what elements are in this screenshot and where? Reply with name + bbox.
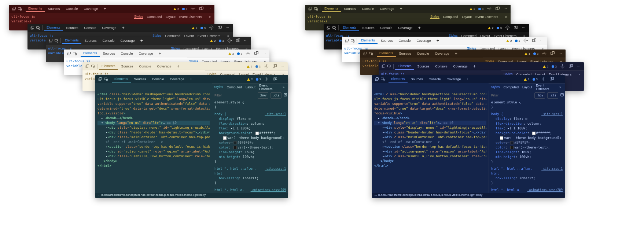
tab-coverage[interactable]: Coverage [81, 6, 101, 12]
more-icon[interactable]: ⋯ [279, 65, 286, 68]
add-rule-icon[interactable] [560, 93, 564, 98]
subtab-computed[interactable]: Computed [147, 15, 162, 19]
inspect-icon[interactable] [308, 6, 313, 11]
add-tab-button[interactable]: + [398, 6, 405, 11]
more-icon[interactable]: ⋯ [557, 52, 563, 55]
tab-elements[interactable]: Elements [62, 37, 81, 44]
tab-coverage[interactable]: Coverage [451, 63, 470, 69]
tab-console[interactable]: Console [82, 25, 99, 31]
subtab-event-listeners[interactable]: Event Listeners [179, 15, 202, 19]
inspect-icon[interactable] [85, 64, 90, 69]
info-badge[interactable]: 3 [181, 7, 188, 11]
cls-toggle[interactable]: .cls [547, 92, 558, 99]
warnings-badge[interactable]: 2 [468, 7, 476, 11]
settings-icon[interactable] [262, 64, 270, 69]
inspect-icon[interactable] [11, 6, 16, 11]
subtab-computed[interactable]: Computed [443, 15, 459, 19]
tab-sources[interactable]: Sources [397, 51, 414, 56]
source-link[interactable]: _site.scss:1 [541, 166, 563, 171]
dock-icon[interactable] [271, 64, 279, 69]
settings-icon[interactable] [263, 77, 271, 82]
style-rule[interactable]: _animations.scss:209 html *, html a, htm… [214, 188, 286, 193]
tab-coverage[interactable]: Coverage [444, 76, 464, 82]
tab-console[interactable]: Console [137, 63, 154, 69]
style-rule[interactable]: _site.scss:1 body { display: flex; ⊞ fle… [214, 112, 286, 164]
inspect-icon[interactable] [30, 25, 35, 30]
elements-tree[interactable]: <html class="hasSidebar hasPageActions h… [372, 91, 489, 193]
inspect-icon[interactable] [48, 38, 53, 43]
tab-elements[interactable]: Elements [81, 50, 100, 57]
more-subtabs-icon[interactable]: » [504, 15, 508, 19]
tab-console[interactable]: Console [100, 38, 117, 44]
info-badge[interactable]: 3 [236, 52, 243, 55]
more-icon[interactable]: ⋯ [280, 77, 286, 81]
dock-icon[interactable] [548, 77, 556, 82]
info-badge[interactable]: 3 [218, 39, 225, 43]
warnings-badge[interactable]: 1 [523, 52, 531, 55]
device-icon[interactable] [350, 38, 355, 43]
warnings-badge[interactable]: 2 [246, 78, 254, 81]
more-subtabs-icon[interactable]: » [558, 85, 563, 89]
warnings-badge[interactable]: 2 [487, 26, 494, 30]
dock-icon[interactable] [234, 38, 242, 44]
subtab-layout[interactable]: Layout [462, 15, 472, 19]
subtab-styles[interactable]: Styles [214, 85, 223, 89]
breadcrumb[interactable]: … is.hasBreadcrumb.conceptual.has-defaul… [95, 193, 288, 198]
more-icon[interactable]: ⋯ [243, 39, 249, 43]
tab-coverage[interactable]: Coverage [136, 51, 156, 56]
info-badge[interactable]: 3 [254, 65, 262, 68]
tab-elements[interactable]: Elements [395, 63, 414, 70]
more-icon[interactable]: ⋯ [206, 7, 212, 11]
tab-elements[interactable]: Elements [26, 5, 45, 12]
more-subtabs-icon[interactable]: » [577, 73, 582, 76]
add-tab-button[interactable]: + [120, 25, 127, 30]
tab-sources[interactable]: Sources [360, 25, 377, 31]
tab-elements[interactable]: Elements [389, 76, 408, 82]
subtab-layout[interactable]: Layout [246, 85, 255, 89]
settings-icon[interactable] [244, 51, 252, 56]
device-icon[interactable] [17, 6, 22, 11]
info-badge[interactable]: 3 [477, 7, 485, 11]
tab-elements[interactable]: Elements [322, 5, 341, 12]
style-rule[interactable]: element.style { } [214, 100, 286, 110]
inspect-icon[interactable] [381, 64, 386, 69]
info-badge[interactable]: 3 [199, 26, 207, 30]
inspect-icon[interactable] [344, 38, 349, 43]
more-icon[interactable]: ⋯ [502, 7, 508, 11]
hov-toggle[interactable]: :hov [534, 92, 545, 99]
more-icon[interactable]: ⋯ [556, 77, 563, 81]
source-link[interactable]: _animations.scss:209 [251, 188, 286, 192]
subtab-event-listeners[interactable]: Event Listeners [259, 84, 277, 91]
cls-toggle[interactable]: .cls [271, 92, 281, 99]
subtab-layout[interactable]: Layout [166, 15, 176, 19]
add-tab-button[interactable]: + [175, 64, 182, 69]
device-icon[interactable] [380, 77, 385, 82]
inspect-icon[interactable] [374, 77, 379, 82]
more-icon[interactable]: ⋯ [539, 39, 545, 43]
warnings-badge[interactable]: 2 [523, 78, 530, 81]
more-subtabs-icon[interactable]: » [207, 15, 212, 19]
device-icon[interactable] [54, 38, 59, 43]
subtab-computed[interactable]: Computed [227, 85, 242, 89]
tab-console[interactable]: Console [150, 76, 167, 82]
settings-icon[interactable] [540, 51, 548, 56]
add-tab-button[interactable]: + [157, 51, 163, 56]
tab-console[interactable]: Console [396, 38, 413, 44]
info-badge[interactable]: 3 [531, 78, 539, 81]
dock-icon[interactable] [512, 25, 520, 31]
tab-elements[interactable]: Elements [340, 25, 359, 31]
styles-pane[interactable]: :hov .cls AA element.style { } _site.scs… [212, 91, 288, 193]
styles-pane[interactable]: :hov .cls AA element.style { } _site.scs… [489, 91, 565, 193]
dock-icon[interactable] [198, 6, 205, 12]
tab-sources[interactable]: Sources [82, 38, 99, 44]
add-tab-button[interactable]: + [188, 77, 195, 82]
settings-icon[interactable] [504, 25, 511, 31]
device-icon[interactable] [332, 25, 337, 30]
dock-icon[interactable] [271, 77, 279, 82]
tab-console[interactable]: Console [63, 6, 81, 12]
tab-coverage[interactable]: Coverage [378, 6, 397, 12]
warnings-badge[interactable]: 2 [227, 52, 235, 55]
tab-sources[interactable]: Sources [45, 6, 63, 12]
tab-coverage[interactable]: Coverage [168, 76, 187, 82]
tab-console[interactable]: Console [118, 51, 136, 56]
